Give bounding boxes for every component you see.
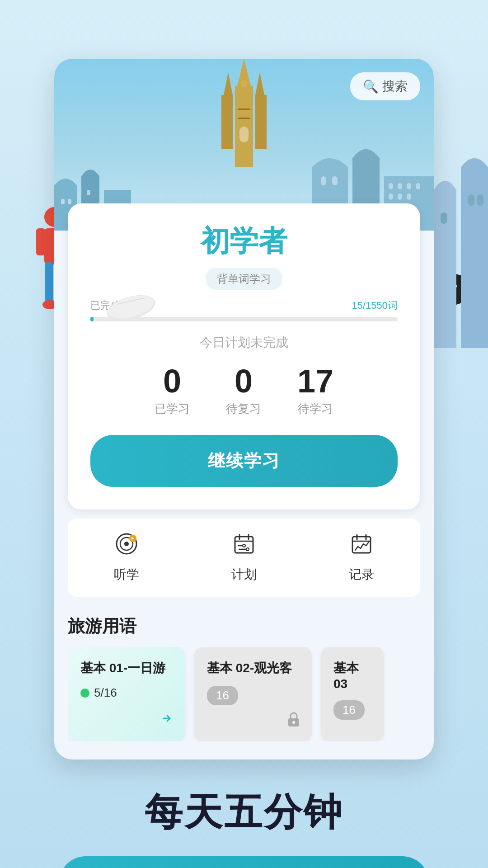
svg-point-10 bbox=[434, 274, 470, 305]
svg-rect-22 bbox=[441, 212, 447, 224]
svg-rect-14 bbox=[444, 310, 453, 330]
tab-record-label: 记录 bbox=[349, 566, 374, 583]
level-title: 初学者 bbox=[90, 222, 398, 261]
course-card-3[interactable]: 基本 03 16 bbox=[321, 647, 384, 741]
tab-plan[interactable]: 计划 bbox=[185, 519, 303, 597]
plan-icon bbox=[232, 532, 256, 561]
course-row: 基本 01-一日游 5/16 基本 02-观光客 16 bbox=[68, 647, 420, 741]
course-1-arrow-icon bbox=[156, 708, 176, 732]
tab-listen[interactable]: 听学 bbox=[68, 519, 185, 597]
svg-rect-51 bbox=[398, 193, 402, 200]
course-3-title: 基本 03 bbox=[333, 660, 371, 691]
tab-record[interactable]: 记录 bbox=[303, 519, 420, 597]
continue-button[interactable]: 继续学习 bbox=[90, 435, 398, 487]
svg-marker-29 bbox=[255, 72, 264, 95]
lock-icon bbox=[285, 710, 303, 732]
svg-rect-50 bbox=[389, 193, 393, 200]
stat-pending: 17 待学习 bbox=[297, 365, 333, 417]
svg-rect-40 bbox=[87, 190, 90, 195]
course-1-count: 5/16 bbox=[94, 686, 117, 700]
stat-pending-value: 17 bbox=[297, 365, 333, 397]
course-card-1[interactable]: 基本 01-一日游 5/16 bbox=[68, 647, 185, 741]
stat-review-value: 0 bbox=[226, 365, 261, 397]
course-1-progress: 5/16 bbox=[80, 686, 173, 700]
svg-point-16 bbox=[454, 285, 456, 288]
svg-rect-46 bbox=[389, 183, 393, 189]
svg-rect-39 bbox=[68, 199, 71, 204]
svg-rect-34 bbox=[239, 127, 249, 142]
course-card-2[interactable]: 基本 02-观光客 16 bbox=[194, 647, 312, 741]
bottom-title: 每天五分钟 bbox=[145, 787, 343, 838]
app-card: 🔍 搜索 初学者 背单词学习 已完成 0% 15/1550词 今日计划未完成 bbox=[54, 59, 434, 760]
svg-rect-38 bbox=[61, 199, 65, 204]
svg-rect-42 bbox=[321, 176, 326, 185]
svg-point-67 bbox=[243, 544, 245, 547]
bottom-section: 每天五分钟 轻轻松松学西班牙语 bbox=[0, 787, 488, 868]
tab-plan-label: 计划 bbox=[231, 566, 257, 583]
svg-marker-27 bbox=[224, 72, 233, 95]
svg-rect-33 bbox=[238, 118, 250, 119]
svg-rect-4 bbox=[45, 262, 53, 303]
progress-bar-fill bbox=[90, 317, 94, 321]
svg-point-58 bbox=[124, 542, 129, 546]
search-label: 搜索 bbox=[382, 78, 408, 95]
course-2-title: 基本 02-观光客 bbox=[207, 660, 299, 677]
svg-rect-43 bbox=[332, 176, 338, 185]
stat-studied: 0 已学习 bbox=[155, 365, 190, 417]
main-learning-card: 初学者 背单词学习 已完成 0% 15/1550词 今日计划未完成 0 已学习 bbox=[68, 203, 420, 509]
svg-rect-18 bbox=[434, 190, 456, 348]
stat-pending-label: 待学习 bbox=[297, 401, 333, 417]
record-icon bbox=[350, 532, 373, 561]
svg-rect-52 bbox=[407, 193, 411, 200]
section-title: 旅游用语 bbox=[68, 615, 420, 638]
cta-button[interactable]: 轻轻松松学西班牙语 bbox=[59, 856, 429, 868]
stat-review: 0 待复习 bbox=[226, 365, 261, 417]
course-2-count: 16 bbox=[207, 686, 238, 705]
search-icon: 🔍 bbox=[363, 79, 379, 94]
svg-rect-23 bbox=[468, 194, 474, 206]
stat-studied-label: 已学习 bbox=[155, 401, 190, 417]
cathedral-icon bbox=[194, 59, 294, 203]
tab-listen-label: 听学 bbox=[114, 566, 139, 583]
svg-rect-2 bbox=[36, 228, 45, 255]
svg-rect-32 bbox=[238, 108, 250, 110]
search-button[interactable]: 🔍 搜索 bbox=[350, 72, 420, 100]
tabs-row: 听学 计划 bbox=[68, 519, 420, 597]
svg-rect-24 bbox=[477, 194, 483, 206]
svg-rect-49 bbox=[416, 183, 420, 189]
course-3-count: 16 bbox=[333, 700, 365, 720]
svg-rect-30 bbox=[255, 95, 267, 149]
plan-status: 今日计划未完成 bbox=[90, 334, 398, 351]
svg-rect-47 bbox=[398, 183, 402, 189]
svg-point-68 bbox=[246, 548, 249, 551]
course-1-title: 基本 01-一日游 bbox=[80, 660, 173, 677]
stat-review-label: 待复习 bbox=[226, 401, 261, 417]
svg-point-75 bbox=[292, 721, 295, 724]
listen-icon bbox=[115, 532, 138, 561]
svg-rect-28 bbox=[221, 95, 233, 149]
svg-rect-48 bbox=[407, 183, 411, 189]
svg-rect-19 bbox=[461, 167, 488, 348]
stat-studied-value: 0 bbox=[155, 365, 190, 397]
book-illustration bbox=[104, 290, 158, 326]
stats-row: 0 已学习 0 待复习 17 待学习 bbox=[90, 365, 398, 417]
badge-label: 背单词学习 bbox=[206, 268, 282, 290]
svg-point-31 bbox=[240, 80, 248, 87]
svg-point-15 bbox=[452, 284, 457, 288]
progress-dot bbox=[80, 689, 89, 698]
progress-right: 15/1550词 bbox=[352, 299, 398, 312]
